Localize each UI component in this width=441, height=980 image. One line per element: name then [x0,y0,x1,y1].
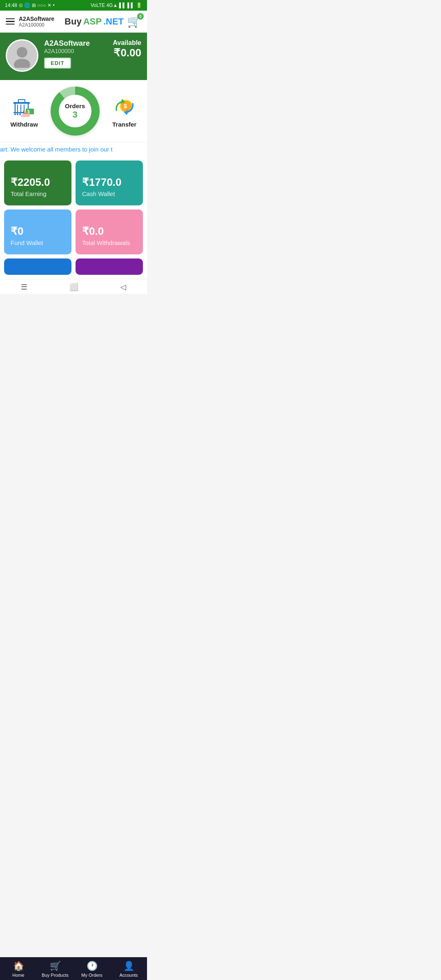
orders-count: 3 [73,109,78,120]
logo-dotnet: .NET [103,16,124,27]
android-menu-button[interactable]: ☰ [21,283,27,292]
avatar [6,39,38,72]
profile-header: A2ASoftware A2A100000 EDIT Available ₹0.… [0,33,147,80]
logo-asp: ASP [83,16,102,27]
cart-button[interactable]: 🛒 0 [127,15,141,28]
status-icons: ⊙ 🌐 ⊞ ○○○ ✕ • [19,2,55,8]
withdraw-label: Withdraw [10,121,38,128]
profile-info: A2ASoftware A2A100000 EDIT [44,39,107,69]
edit-profile-button[interactable]: EDIT [44,58,71,69]
transfer-icon: $ [112,95,137,119]
navbar-account-info: A2ASoftware A2A100000 [19,16,54,28]
stats-grid: ₹2205.0 Total Earning ₹1770.0 Cash Walle… [0,156,147,258]
total-withdrawals-label: Total Withdrawals [82,239,136,246]
cash-wallet-card[interactable]: ₹1770.0 Cash Wallet [76,160,143,205]
total-withdrawals-card[interactable]: ₹0.0 Total Withdrawals [76,209,143,254]
avatar-image [10,43,34,68]
svg-text:$: $ [124,103,127,109]
orders-inner: Orders 3 [59,95,91,127]
android-back-button[interactable]: ◁ [120,283,126,292]
svg-point-1 [14,59,30,68]
marquee-text: art. We welcome all members to join our … [0,146,113,153]
signal-icons: VoLTE 4G▲ ▌▌ ▌▌ [91,2,134,8]
total-earning-card[interactable]: ₹2205.0 Total Earning [4,160,71,205]
android-home-button[interactable]: ⬜ [69,283,78,292]
partial-cards-row [0,258,147,279]
fund-wallet-amount: ₹0 [11,225,65,238]
transfer-action[interactable]: $ Transfer [112,95,137,128]
hamburger-menu[interactable] [6,18,15,25]
available-label: Available [113,39,141,47]
total-earning-label: Total Earning [11,190,65,197]
navbar-left: A2ASoftware A2A100000 [6,16,54,28]
cash-wallet-label: Cash Wallet [82,190,136,197]
svg-text:$: $ [27,109,30,114]
total-withdrawals-amount: ₹0.0 [82,225,136,238]
navbar-account-name: A2ASoftware [19,16,54,22]
svg-point-11 [19,114,21,115]
total-earning-amount: ₹2205.0 [11,176,65,189]
partial-card-purple[interactable] [76,258,143,275]
fund-wallet-label: Fund Wallet [11,239,65,246]
status-bar: 14:48 ⊙ 🌐 ⊞ ○○○ ✕ • VoLTE 4G▲ ▌▌ ▌▌ 🔋 [0,0,147,11]
svg-point-0 [17,47,27,58]
withdraw-icon: $ [12,95,36,119]
transfer-label: Transfer [112,121,136,128]
orders-action[interactable]: Orders 3 [51,87,100,136]
svg-point-9 [14,114,16,115]
partial-card-blue[interactable] [4,258,71,275]
profile-name: A2ASoftware [44,39,107,48]
cart-badge: 0 [137,13,144,20]
time-display: 14:48 [5,2,17,8]
fund-wallet-card[interactable]: ₹0 Fund Wallet [4,209,71,254]
top-navbar: A2ASoftware A2A100000 BuyASP.NET 🛒 0 [0,11,147,33]
android-navbar: ☰ ⬜ ◁ [0,279,147,294]
marquee-banner: art. We welcome all members to join our … [0,143,147,156]
actions-row: $ Withdraw Orders 3 $ [0,80,147,143]
withdraw-action[interactable]: $ Withdraw [10,95,38,128]
available-balance: ₹0.00 [113,47,141,59]
logo-buy: Buy [65,16,82,27]
orders-label: Orders [65,102,85,109]
cash-wallet-amount: ₹1770.0 [82,176,136,189]
navbar-account-id: A2A100000 [19,22,54,28]
app-logo: BuyASP.NET 🛒 0 [65,15,141,28]
status-right-icons: VoLTE 4G▲ ▌▌ ▌▌ 🔋 [91,2,142,8]
profile-id: A2A100000 [44,48,107,54]
battery-icon: 🔋 [136,2,142,8]
status-time: 14:48 ⊙ 🌐 ⊞ ○○○ ✕ • [5,2,55,8]
svg-point-10 [17,114,18,115]
orders-donut: Orders 3 [51,87,100,136]
balance-section: Available ₹0.00 [113,39,141,59]
